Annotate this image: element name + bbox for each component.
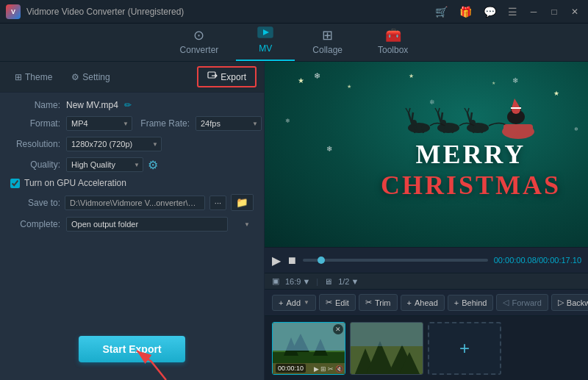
collage-icon: ⊞ [322, 27, 333, 43]
svg-line-11 [409, 108, 410, 113]
close-button[interactable]: ✕ [567, 4, 582, 19]
playback-bar: ▶ ⏹ 00:00:00.08/00:00:17.10 🔊 Start Expo… [265, 247, 588, 273]
complete-label: Complete: [10, 219, 60, 229]
behind-label: Behind [462, 298, 487, 307]
svg-point-15 [437, 123, 459, 133]
snowflake3: ❄ [429, 98, 435, 106]
tab-converter[interactable]: ⊙ Converter [162, 23, 237, 61]
add-button[interactable]: + Add ▼ [272, 295, 316, 311]
tab-toolbox-label: Toolbox [378, 45, 408, 55]
sub-tab-theme-label: Theme [25, 72, 52, 82]
name-label: Name: [10, 100, 60, 110]
clip1-close[interactable]: ✕ [333, 324, 343, 334]
edit-button[interactable]: ✂ Edit [319, 294, 356, 311]
gpu-checkbox[interactable] [10, 179, 20, 188]
christmas-text-area: MERRY CHRISTMAS [381, 139, 561, 201]
page-select-button[interactable]: 1/2 ▼ [338, 277, 359, 286]
tab-collage[interactable]: ⊞ Collage [295, 23, 360, 61]
svg-line-19 [438, 108, 440, 113]
toolbox-icon: 🧰 [385, 27, 401, 43]
title-bar-left: V Vidmore Video Converter (Unregistered) [6, 4, 184, 19]
browse-button[interactable]: ··· [209, 196, 226, 210]
export-label: Export [220, 72, 246, 82]
clip1-scissors-icon: ✂ [328, 365, 334, 373]
play-button[interactable]: ▶ [272, 254, 281, 268]
trim-label: Trim [375, 298, 391, 307]
forward-label: Forward [512, 298, 541, 307]
resolution-label: Resolution: [10, 139, 60, 149]
ahead-label: Ahead [415, 298, 438, 307]
clip2-thumbnail [351, 323, 423, 374]
snowflake5: ❄ [574, 126, 578, 132]
svg-line-10 [406, 108, 409, 113]
resolution-select-wrapper: 1280x720 (720p) 1920x1080 (1080p) 640x48… [66, 137, 162, 151]
cart-icon[interactable]: 🛒 [432, 4, 451, 19]
resolution-select[interactable]: 1280x720 (720p) 1920x1080 (1080p) 640x48… [66, 137, 162, 151]
sub-tab-theme[interactable]: ⊞ Theme [7, 69, 60, 85]
page-dropdown-icon: ▼ [351, 277, 359, 286]
maximize-button[interactable]: □ [547, 4, 562, 19]
title-bar-controls: 🛒 🎁 💬 ☰ ─ □ ✕ [432, 4, 582, 19]
complete-row: Complete: Open output folder Do nothing [10, 217, 254, 232]
trim-icon: ✂ [365, 298, 372, 307]
add-plus-icon: + [279, 298, 283, 307]
tab-mv[interactable]: MV [236, 21, 295, 61]
progress-bar[interactable] [303, 259, 488, 262]
trim-button[interactable]: ✂ Trim [359, 294, 398, 311]
format-select[interactable]: MP4 MKV AVI [66, 116, 132, 131]
chat-icon[interactable]: 💬 [481, 4, 499, 19]
clip-item-2[interactable] [350, 322, 423, 375]
tab-toolbox[interactable]: 🧰 Toolbox [360, 23, 426, 61]
behind-button[interactable]: + Behind [448, 295, 494, 311]
star3: ★ [409, 73, 414, 79]
gift-icon[interactable]: 🎁 [456, 4, 475, 19]
progress-indicator [318, 257, 325, 264]
add-clip-plus-icon: + [459, 338, 470, 359]
app-logo: V [6, 4, 21, 19]
snowflake4: ❄ [512, 76, 518, 85]
minimize-button[interactable]: ─ [526, 4, 541, 19]
quality-select[interactable]: High Quality Medium Quality Low Quality [66, 157, 143, 172]
snowflake2: ❄ [285, 118, 290, 124]
aspect-ratio-button[interactable]: 16:9 ▼ [285, 277, 310, 286]
gpu-label: Turn on GPU Acceleration [24, 178, 126, 188]
folder-open-button[interactable]: 📁 [231, 194, 254, 211]
add-label: Add [286, 298, 301, 307]
menu-icon[interactable]: ☰ [505, 4, 520, 19]
name-edit-icon[interactable]: ✏ [124, 100, 132, 110]
behind-icon: + [454, 298, 459, 307]
quality-row: Quality: High Quality Medium Quality Low… [10, 157, 254, 172]
complete-select[interactable]: Open output folder Do nothing [66, 217, 228, 232]
clip1-play-icon: ▶ [314, 365, 319, 373]
backward-button[interactable]: ▷ Backward [551, 294, 588, 311]
merry-text: MERRY [381, 139, 561, 170]
aspect-dropdown-icon: ▼ [302, 277, 310, 286]
name-value: New MV.mp4 [66, 100, 118, 110]
add-clip-button[interactable]: + [428, 322, 501, 375]
complete-select-wrapper: Open output folder Do nothing [66, 217, 254, 232]
form-area: Name: New MV.mp4 ✏ Format: MP4 MKV AVI F… [0, 93, 264, 380]
app-title: Vidmore Video Converter (Unregistered) [26, 7, 184, 17]
framerate-select[interactable]: 24fps 30fps 60fps [196, 116, 262, 131]
forward-button[interactable]: ◁ Forward [496, 294, 548, 311]
tab-collage-label: Collage [312, 45, 343, 55]
format-select-wrapper: MP4 MKV AVI [66, 116, 132, 131]
sub-tab-setting[interactable]: ⚙ Setting [64, 69, 117, 85]
stop-button[interactable]: ⏹ [287, 254, 297, 266]
mv-icon [257, 25, 273, 42]
format-framerate-row: Format: MP4 MKV AVI Frame Rate: 24fps 30… [10, 116, 254, 131]
clip-item-1[interactable]: 00:00:10 ✕ ▶ ⊞ ✂ 🔇 [272, 322, 345, 375]
time-display: 00:00:00.08/00:00:17.10 [494, 256, 581, 265]
name-row: Name: New MV.mp4 ✏ [10, 100, 254, 110]
ahead-button[interactable]: + Ahead [401, 295, 445, 311]
quality-settings-button[interactable]: ⚙ [148, 158, 158, 172]
export-button[interactable]: Export [197, 66, 257, 87]
svg-line-18 [435, 108, 438, 113]
save-label: Save to: [10, 198, 60, 208]
star5: ★ [553, 90, 559, 97]
divider1: | [316, 277, 318, 286]
preview-area: ★ ★ ★ ★ ★ ★ [265, 62, 588, 247]
aspect-icon: ▣ [272, 276, 279, 286]
sub-tab-setting-label: Setting [82, 72, 110, 82]
clip1-icons: ▶ ⊞ ✂ 🔇 [314, 365, 343, 373]
